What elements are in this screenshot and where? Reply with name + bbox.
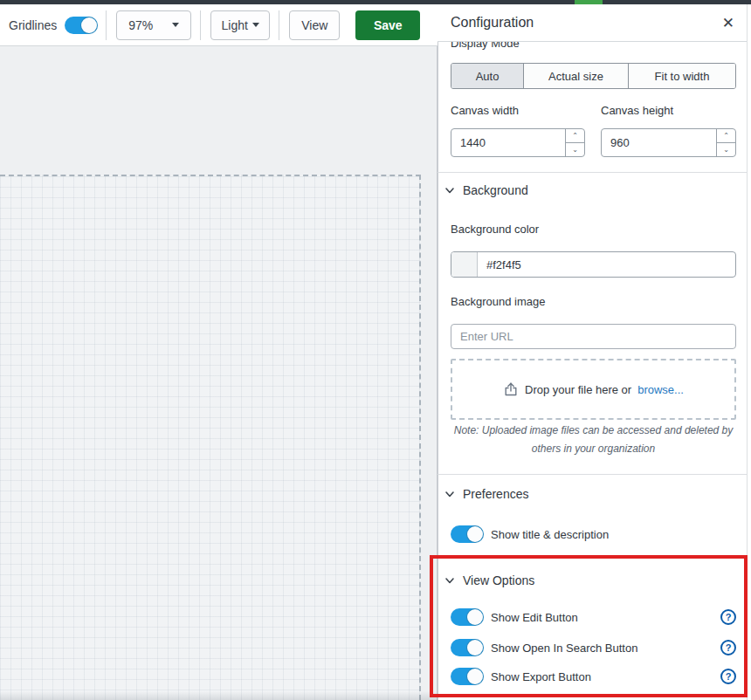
display-mode-fit-to-width[interactable]: Fit to width (628, 64, 735, 88)
zoom-dropdown[interactable]: 97% (116, 10, 191, 40)
view-options-section-label: View Options (463, 573, 534, 587)
stepper-up-icon[interactable]: ⌃ (717, 129, 735, 143)
active-tab-indicator (575, 0, 603, 4)
show-title-description-label: Show title & description (491, 528, 609, 541)
toggle-knob (467, 609, 483, 625)
toolbar-separator (200, 10, 201, 40)
show-edit-button-label: Show Edit Button (491, 611, 578, 624)
canvas-height-value[interactable]: 960 (602, 129, 716, 156)
stepper-up-icon[interactable]: ⌃ (566, 129, 584, 143)
chevron-down-icon (444, 575, 455, 586)
display-mode-segmented: Auto Actual size Fit to width (451, 63, 736, 89)
theme-dropdown[interactable]: Light (210, 10, 270, 40)
show-export-button-label: Show Export Button (491, 670, 591, 683)
stepper-down-icon[interactable]: ⌄ (566, 143, 584, 156)
display-mode-auto[interactable]: Auto (451, 64, 523, 88)
view-button-label: View (301, 18, 327, 32)
section-divider (438, 474, 747, 475)
browser-top-strip (0, 0, 751, 4)
browse-link[interactable]: browse... (637, 383, 684, 396)
panel-title: Configuration (451, 15, 722, 31)
canvas-height-label: Canvas height (601, 104, 673, 117)
canvas-width-stepper: ⌃ ⌄ (565, 129, 584, 156)
upload-note: Note: Uploaded image files can be access… (451, 422, 736, 458)
background-image-label: Background image (451, 295, 545, 308)
preferences-section-header[interactable]: Preferences (444, 487, 528, 501)
toggle-knob (81, 17, 97, 33)
upload-note-line2: others in your organization (451, 440, 736, 458)
background-section-label: Background (463, 183, 528, 197)
upload-note-line1: Note: Uploaded image files can be access… (451, 422, 736, 440)
background-image-url-input[interactable]: Enter URL (451, 324, 736, 349)
canvas-grid[interactable] (0, 175, 421, 700)
stepper-down-icon[interactable]: ⌄ (717, 143, 735, 156)
show-open-in-search-label: Show Open In Search Button (491, 642, 637, 655)
show-edit-button-toggle[interactable] (451, 608, 484, 626)
preferences-section-label: Preferences (463, 487, 528, 501)
display-mode-actual-size[interactable]: Actual size (523, 64, 628, 88)
show-open-in-search-row: Show Open In Search Button ? (451, 639, 736, 656)
show-title-description-row: Show title & description (451, 525, 736, 543)
panel-header: Configuration ✕ (438, 4, 747, 42)
show-title-description-toggle[interactable] (451, 525, 484, 543)
view-button[interactable]: View (289, 10, 340, 40)
show-export-button-toggle[interactable] (451, 668, 484, 685)
chevron-down-icon (172, 23, 179, 27)
help-icon[interactable]: ? (720, 609, 736, 625)
theme-value: Light (222, 18, 248, 32)
url-placeholder: Enter URL (460, 330, 513, 343)
zoom-value: 97% (128, 18, 153, 32)
file-dropzone[interactable]: Drop your file here or browse... (451, 359, 736, 420)
toolbar-separator (279, 10, 279, 40)
gridlines-toggle[interactable] (65, 17, 98, 34)
background-color-input[interactable]: #f2f4f5 (451, 251, 736, 278)
save-button[interactable]: Save (355, 10, 420, 40)
chevron-down-icon (444, 185, 455, 196)
show-edit-button-row: Show Edit Button ? (451, 608, 736, 626)
canvas-height-stepper: ⌃ ⌄ (716, 129, 735, 156)
canvas-height-input[interactable]: 960 ⌃ ⌄ (601, 128, 736, 157)
toggle-knob (467, 640, 483, 655)
upload-icon (503, 381, 519, 397)
canvas-width-label: Canvas width (451, 104, 519, 117)
toolbar-separator (106, 10, 107, 40)
background-section-header[interactable]: Background (444, 183, 528, 197)
show-export-button-row: Show Export Button ? (451, 668, 736, 685)
save-button-label: Save (374, 18, 403, 32)
toolbar: Gridlines 97% Light View Save (0, 4, 438, 46)
canvas-width-input[interactable]: 1440 ⌃ ⌄ (451, 128, 585, 157)
chevron-down-icon (444, 489, 455, 499)
help-icon[interactable]: ? (720, 640, 736, 655)
show-open-in-search-toggle[interactable] (451, 639, 484, 656)
view-options-section-header[interactable]: View Options (444, 573, 534, 587)
chevron-down-icon (252, 23, 259, 27)
background-color-value[interactable]: #f2f4f5 (478, 252, 521, 277)
gridlines-label: Gridlines (9, 18, 57, 32)
toggle-knob (467, 526, 483, 542)
dropzone-text: Drop your file here or (525, 383, 631, 396)
section-divider (438, 172, 747, 173)
canvas-bottom-shadow (0, 691, 438, 700)
toggle-knob (467, 669, 483, 684)
color-swatch[interactable] (451, 252, 478, 277)
help-icon[interactable]: ? (720, 669, 736, 684)
canvas-width-value[interactable]: 1440 (451, 129, 565, 156)
background-color-label: Background color (451, 223, 539, 236)
close-icon[interactable]: ✕ (722, 16, 734, 31)
